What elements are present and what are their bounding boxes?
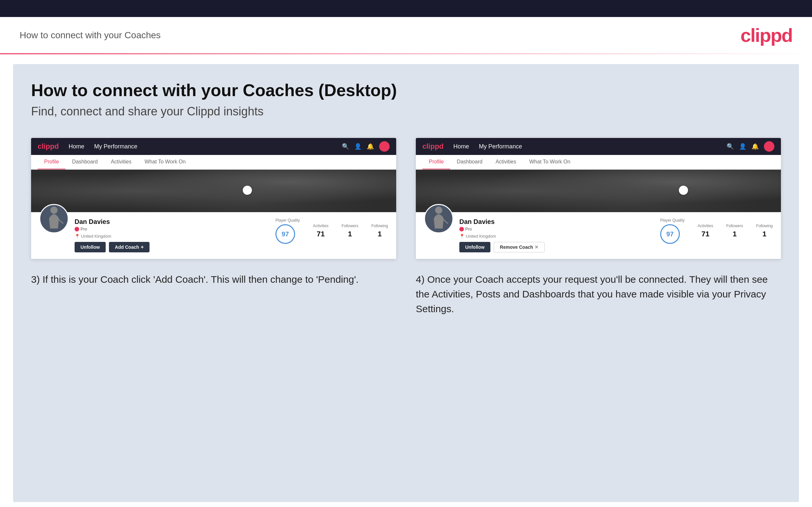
mock-banner-1 xyxy=(31,170,396,212)
profile-name-1: Dan Davies xyxy=(74,218,275,226)
svg-point-2 xyxy=(435,207,442,214)
tab-activities-1[interactable]: Activities xyxy=(104,155,138,169)
tab-what-to-work-on-1[interactable]: What To Work On xyxy=(138,155,192,169)
badge-label-1: Pro xyxy=(81,227,87,231)
stat-followers-1: Followers 1 xyxy=(342,224,358,238)
mock-profile-section-2: Dan Davies Pro 📍 United Kingdom Unfollow… xyxy=(416,212,781,259)
nav-avatar-1[interactable] xyxy=(379,141,390,152)
stat-following-label-1: Following xyxy=(371,224,388,228)
x-icon: ✕ xyxy=(535,244,539,250)
mock-nav-performance-2[interactable]: My Performance xyxy=(479,143,522,150)
nav-avatar-2[interactable] xyxy=(764,141,774,152)
mock-nav-home-1[interactable]: Home xyxy=(69,143,85,150)
search-icon-2[interactable]: 🔍 xyxy=(727,143,734,150)
mock-nav-icons-1: 🔍 👤 🔔 xyxy=(342,141,390,152)
page-title: How to connect with your Coaches xyxy=(20,30,161,41)
column-1: clippd Home My Performance 🔍 👤 🔔 Profile… xyxy=(31,138,396,316)
search-icon-1[interactable]: 🔍 xyxy=(342,143,349,150)
stat-activities-1: Activities 71 xyxy=(313,224,328,238)
unfollow-button-2[interactable]: Unfollow xyxy=(459,242,491,252)
description-1: 3) If this is your Coach click 'Add Coac… xyxy=(31,272,396,287)
profile-location-2: 📍 United Kingdom xyxy=(459,234,660,239)
mock-stats-2: Player Quality 97 Activities 71 Follower… xyxy=(660,215,773,244)
tab-what-to-work-on-2[interactable]: What To Work On xyxy=(523,155,577,169)
avatar-2 xyxy=(424,204,453,233)
add-coach-button-1[interactable]: Add Coach + xyxy=(109,242,150,252)
svg-line-1 xyxy=(58,219,63,224)
top-bar xyxy=(0,0,812,17)
banner-texture-2 xyxy=(416,170,781,212)
badge-icon-2 xyxy=(459,227,464,231)
stat-following-2: Following 1 xyxy=(756,224,773,238)
mock-banner-2 xyxy=(416,170,781,212)
stat-following-value-1: 1 xyxy=(371,230,388,238)
profile-buttons-1: Unfollow Add Coach + xyxy=(74,242,275,252)
svg-point-0 xyxy=(50,207,58,214)
mock-tabs-1: Profile Dashboard Activities What To Wor… xyxy=(31,155,396,170)
main-heading: How to connect with your Coaches (Deskto… xyxy=(31,80,781,100)
stat-quality-label-1: Player Quality xyxy=(275,218,300,223)
profile-badge-1: Pro xyxy=(74,227,87,231)
stat-followers-2: Followers 1 xyxy=(726,224,743,238)
user-icon-2[interactable]: 👤 xyxy=(739,143,746,150)
stat-activities-2: Activities 71 xyxy=(698,224,713,238)
bell-icon-2[interactable]: 🔔 xyxy=(752,143,759,150)
stat-activities-label-2: Activities xyxy=(698,224,713,228)
header: How to connect with your Coaches clippd xyxy=(0,17,812,53)
mock-profile-info-1: Dan Davies Pro 📍 United Kingdom Unfollow… xyxy=(69,215,275,252)
profile-location-1: 📍 United Kingdom xyxy=(74,234,275,239)
stat-followers-label-2: Followers xyxy=(726,224,743,228)
mock-profile-section-1: Dan Davies Pro 📍 United Kingdom Unfollow… xyxy=(31,212,396,259)
golf-ball-2 xyxy=(679,186,688,195)
stat-followers-label-1: Followers xyxy=(342,224,358,228)
avatar-silhouette-1 xyxy=(44,206,64,232)
quality-circle-2: 97 xyxy=(660,224,680,244)
mock-logo-1: clippd xyxy=(38,142,59,151)
mock-tabs-2: Profile Dashboard Activities What To Wor… xyxy=(416,155,781,170)
mock-nav-home-2[interactable]: Home xyxy=(453,143,469,150)
avatar-1 xyxy=(39,204,69,233)
mock-logo-2: clippd xyxy=(422,142,444,151)
tab-profile-2[interactable]: Profile xyxy=(422,155,450,169)
profile-name-2: Dan Davies xyxy=(459,218,660,226)
main-subheading: Find, connect and share your Clippd insi… xyxy=(31,105,781,118)
stat-following-1: Following 1 xyxy=(371,224,388,238)
banner-texture-1 xyxy=(31,170,396,212)
column-2: clippd Home My Performance 🔍 👤 🔔 Profile… xyxy=(416,138,781,316)
tab-profile-1[interactable]: Profile xyxy=(38,155,65,169)
svg-line-3 xyxy=(443,219,448,224)
user-icon-1[interactable]: 👤 xyxy=(354,143,361,150)
tab-dashboard-1[interactable]: Dashboard xyxy=(65,155,104,169)
avatar-silhouette-2 xyxy=(429,206,449,232)
mock-stats-1: Player Quality 97 Activities 71 Follower… xyxy=(275,215,388,244)
badge-icon-1 xyxy=(74,227,79,231)
stat-quality-2: Player Quality 97 xyxy=(660,218,685,244)
mock-navbar-2: clippd Home My Performance 🔍 👤 🔔 xyxy=(416,138,781,155)
stat-activities-label-1: Activities xyxy=(313,224,328,228)
stat-following-label-2: Following xyxy=(756,224,773,228)
tab-dashboard-2[interactable]: Dashboard xyxy=(450,155,489,169)
tab-activities-2[interactable]: Activities xyxy=(489,155,523,169)
mock-profile-info-2: Dan Davies Pro 📍 United Kingdom Unfollow… xyxy=(453,215,660,252)
bell-icon-1[interactable]: 🔔 xyxy=(367,143,374,150)
stat-quality-1: Player Quality 97 xyxy=(275,218,300,244)
stat-quality-label-2: Player Quality xyxy=(660,218,685,223)
remove-coach-button[interactable]: Remove Coach ✕ xyxy=(494,242,545,252)
main-content: How to connect with your Coaches (Deskto… xyxy=(13,64,799,502)
stat-followers-value-1: 1 xyxy=(342,230,358,238)
clippd-logo: clippd xyxy=(740,24,792,46)
stat-activities-value-1: 71 xyxy=(313,230,328,238)
unfollow-button-1[interactable]: Unfollow xyxy=(74,242,106,252)
columns: clippd Home My Performance 🔍 👤 🔔 Profile… xyxy=(31,138,781,316)
quality-circle-1: 97 xyxy=(275,224,295,244)
stat-activities-value-2: 71 xyxy=(698,230,713,238)
screenshot-1: clippd Home My Performance 🔍 👤 🔔 Profile… xyxy=(31,138,396,259)
mock-navbar-1: clippd Home My Performance 🔍 👤 🔔 xyxy=(31,138,396,155)
profile-buttons-2: Unfollow Remove Coach ✕ xyxy=(459,242,660,252)
profile-badge-2: Pro xyxy=(459,227,472,231)
mock-nav-icons-2: 🔍 👤 🔔 xyxy=(727,141,774,152)
description-2: 4) Once your Coach accepts your request … xyxy=(416,272,781,316)
stat-followers-value-2: 1 xyxy=(726,230,743,238)
plus-icon-1: + xyxy=(141,244,144,250)
mock-nav-performance-1[interactable]: My Performance xyxy=(94,143,138,150)
